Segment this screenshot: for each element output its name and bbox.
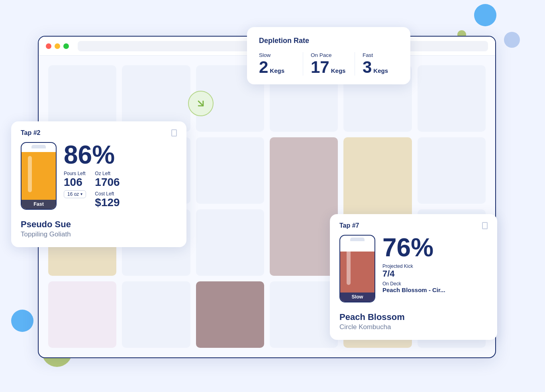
tap7-bookmark-icon bbox=[482, 222, 488, 229]
fast-label: Fast bbox=[363, 52, 373, 58]
tap7-header: Tap #7 bbox=[339, 222, 488, 229]
tap7-keg-handle bbox=[350, 238, 365, 241]
chevron-down-icon: ▾ bbox=[80, 192, 82, 196]
divider-2 bbox=[355, 52, 355, 76]
tap7-projected-kick: Projected Kick 7/4 bbox=[382, 263, 488, 279]
tap2-info: 86% Pours Left 106 16 oz ▾ Oz Left 1706 … bbox=[64, 142, 177, 209]
depletion-rate-title: Depletion Rate bbox=[259, 37, 398, 45]
depletion-stats-row: Slow 2 Kegs On Pace 17 Kegs Fast 3 Kegs bbox=[259, 52, 398, 76]
tap7-brewery: Circle Kombucha bbox=[339, 323, 488, 331]
grid-card-16 bbox=[48, 281, 116, 348]
grid-card-9 bbox=[196, 137, 264, 204]
onpace-value: 17 bbox=[311, 59, 329, 76]
fast-value: 3 bbox=[363, 59, 372, 76]
tap2-keg-visual: Fast bbox=[21, 142, 57, 214]
deco-circle-2 bbox=[504, 32, 520, 48]
tap2-title: Tap #2 bbox=[21, 129, 41, 137]
tap2-oz-left-label: Oz Left bbox=[95, 171, 120, 176]
tap7-on-deck-value: Peach Blossom - Cir... bbox=[382, 287, 488, 293]
tap7-percent: 76% bbox=[382, 235, 488, 260]
depletion-stat-fast: Fast 3 Kegs bbox=[363, 52, 398, 76]
tap2-pours-left-value: 106 bbox=[64, 176, 86, 189]
tap2-oz-left: Oz Left 1706 Cost Left $129 bbox=[95, 171, 120, 209]
svg-line-0 bbox=[198, 101, 203, 106]
tap7-on-deck-label: On Deck bbox=[382, 281, 488, 287]
tap2-pours-left: Pours Left 106 16 oz ▾ bbox=[64, 171, 86, 209]
depletion-stat-slow: Slow 2 Kegs bbox=[259, 52, 295, 76]
tap7-details: Projected Kick 7/4 On Deck Peach Blossom… bbox=[382, 263, 488, 293]
grid-card-17 bbox=[122, 281, 190, 348]
bookmark-icon bbox=[171, 129, 177, 137]
divider-1 bbox=[303, 52, 303, 76]
deco-circle-1 bbox=[474, 4, 496, 26]
grid-card-18 bbox=[196, 281, 264, 348]
traffic-light-yellow[interactable] bbox=[55, 43, 60, 49]
onpace-value-row: 17 Kegs bbox=[311, 59, 345, 76]
grid-card-14 bbox=[196, 209, 264, 276]
tap7-projected-kick-value: 7/4 bbox=[382, 269, 488, 279]
tap7-info: 76% Projected Kick 7/4 On Deck Peach Blo… bbox=[382, 235, 488, 293]
tap7-keg-visual: Slow bbox=[339, 235, 375, 306]
grid-card-12 bbox=[418, 137, 486, 204]
slow-value: 2 bbox=[259, 59, 268, 76]
tap2-cost-left-label: Cost Left bbox=[95, 191, 120, 197]
tap7-keg-shine bbox=[347, 249, 351, 285]
grid-card-10 bbox=[270, 137, 338, 276]
tap7-on-deck: On Deck Peach Blossom - Cir... bbox=[382, 281, 488, 293]
tap7-body: Slow 76% Projected Kick 7/4 On Deck Peac… bbox=[339, 235, 488, 306]
tap7-beer-name: Peach Blossom bbox=[339, 312, 488, 322]
slow-label: Slow bbox=[259, 52, 271, 58]
depletion-arrow-indicator bbox=[188, 91, 214, 116]
onpace-unit: Kegs bbox=[331, 67, 346, 74]
size-option: 16 oz bbox=[67, 191, 79, 197]
slow-value-row: 2 Kegs bbox=[259, 59, 284, 76]
tap2-body: Fast 86% Pours Left 106 16 oz ▾ Oz Left … bbox=[21, 142, 177, 214]
deco-circle-4 bbox=[11, 310, 33, 332]
tap2-keg-handle bbox=[31, 145, 46, 148]
depletion-stat-onpace: On Pace 17 Kegs bbox=[311, 52, 347, 76]
tap2-header: Tap #2 bbox=[21, 129, 177, 137]
tap2-rate-label: Fast bbox=[22, 200, 56, 209]
tap2-detail-row: Pours Left 106 16 oz ▾ Oz Left 1706 Cost… bbox=[64, 171, 177, 209]
size-selector[interactable]: 16 oz ▾ bbox=[64, 190, 86, 198]
tap2-cost-left-value: $129 bbox=[95, 197, 120, 209]
fast-value-row: 3 Kegs bbox=[363, 59, 388, 76]
tap7-projected-kick-label: Projected Kick bbox=[382, 263, 488, 269]
arrow-down-right-icon bbox=[195, 98, 206, 109]
tap7-rate-label: Slow bbox=[340, 293, 374, 302]
tap7-card: Tap #7 Slow 76% Projected Kick 7/4 On De… bbox=[330, 214, 497, 340]
tap2-pours-left-label: Pours Left bbox=[64, 171, 86, 176]
onpace-label: On Pace bbox=[311, 52, 332, 58]
tap2-keg-outer: Fast bbox=[21, 142, 57, 210]
traffic-light-red[interactable] bbox=[46, 43, 51, 49]
tap7-keg-outer: Slow bbox=[339, 235, 375, 302]
depletion-rate-card: Depletion Rate Slow 2 Kegs On Pace 17 Ke… bbox=[247, 27, 410, 84]
tap2-beer-name: Pseudo Sue bbox=[21, 219, 177, 230]
tap2-percent: 86% bbox=[64, 142, 177, 168]
grid-card-6 bbox=[418, 65, 486, 132]
tap2-keg-shine bbox=[28, 156, 32, 192]
grid-card-19 bbox=[270, 281, 338, 348]
tap2-brewery: Toppiling Goliath bbox=[21, 230, 177, 238]
fast-unit: Kegs bbox=[373, 67, 388, 74]
tap2-oz-left-value: 1706 bbox=[95, 176, 120, 189]
tap2-card: Tap #2 Fast 86% Pours Left 106 16 oz ▾ bbox=[11, 121, 186, 247]
slow-unit: Kegs bbox=[270, 67, 284, 74]
traffic-light-green[interactable] bbox=[63, 43, 69, 49]
tap7-title: Tap #7 bbox=[339, 222, 359, 229]
